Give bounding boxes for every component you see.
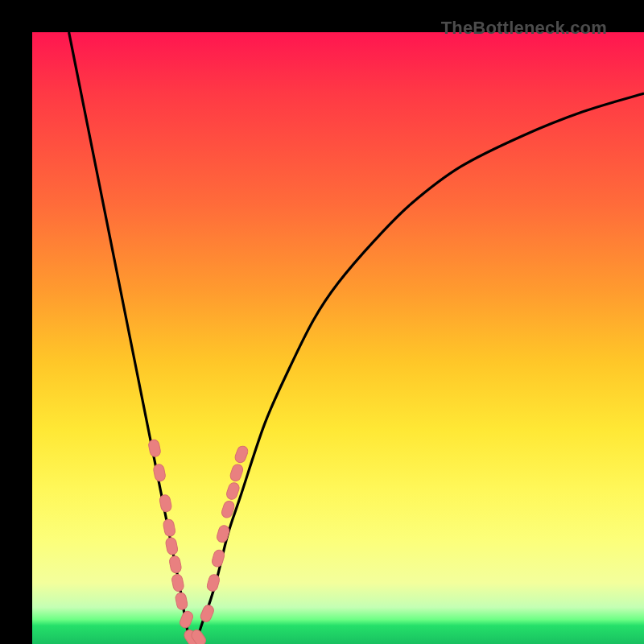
curve-marker <box>165 537 179 555</box>
svg-rect-3 <box>163 518 176 537</box>
curve-marker <box>179 609 195 629</box>
curve-marker <box>168 555 182 574</box>
svg-rect-7 <box>175 592 188 610</box>
curve-marker <box>199 604 215 623</box>
svg-rect-17 <box>229 463 244 482</box>
svg-rect-2 <box>159 494 172 513</box>
svg-rect-5 <box>168 555 182 574</box>
svg-rect-4 <box>165 537 179 555</box>
svg-rect-8 <box>179 609 195 629</box>
curve-marker <box>153 464 167 482</box>
curve-marker <box>171 573 184 592</box>
svg-rect-0 <box>148 439 162 457</box>
curve-marker <box>159 494 172 513</box>
svg-rect-16 <box>225 481 241 501</box>
curve-marker <box>229 463 244 482</box>
chart-frame: TheBottleneck.com <box>0 0 644 644</box>
curve-marker <box>148 439 162 457</box>
svg-rect-14 <box>216 524 230 543</box>
plot-svg <box>32 32 644 644</box>
curve-marker <box>175 592 188 610</box>
curve-marker <box>216 524 230 543</box>
curve-marker <box>211 549 225 568</box>
curve-marker <box>233 444 250 464</box>
curve-marker <box>163 518 176 537</box>
svg-rect-11 <box>199 604 215 623</box>
marker-group <box>148 439 250 644</box>
svg-rect-13 <box>211 549 225 568</box>
curve-marker <box>206 573 221 592</box>
bottleneck-curve <box>69 32 644 644</box>
svg-rect-1 <box>153 464 167 482</box>
svg-rect-12 <box>206 573 221 592</box>
curve-marker <box>225 481 241 501</box>
svg-rect-6 <box>171 573 184 592</box>
svg-rect-18 <box>233 444 250 464</box>
